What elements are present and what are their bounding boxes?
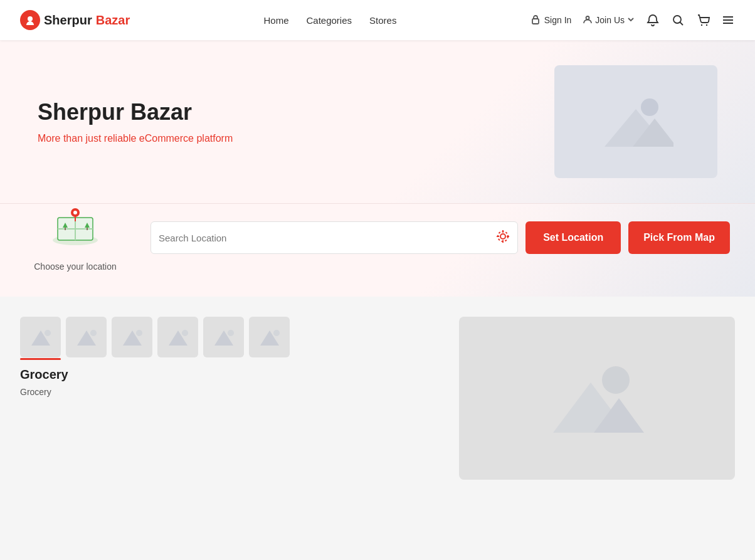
- menu-button[interactable]: [721, 13, 735, 27]
- svg-point-2: [586, 16, 589, 19]
- logo-text-sherpur: Sherpur: [44, 13, 92, 28]
- thumb-item-4[interactable]: [157, 317, 198, 357]
- hero-content: Sherpur Bazar More than just reliable eC…: [38, 99, 378, 144]
- svg-point-14: [73, 211, 77, 214]
- svg-point-31: [136, 330, 142, 336]
- svg-point-33: [182, 330, 188, 336]
- svg-point-20: [500, 234, 505, 239]
- pick-from-map-button[interactable]: Pick From Map: [628, 221, 730, 254]
- navbar-actions: Sign In Join Us: [531, 13, 735, 27]
- thumb-item-6[interactable]: [249, 317, 290, 357]
- svg-point-6: [641, 98, 658, 116]
- location-illustration: Choose your location: [25, 204, 125, 272]
- nav-categories[interactable]: Categories: [307, 15, 352, 26]
- main-content: Grocery Grocery: [0, 297, 755, 480]
- thumb-item-5[interactable]: [203, 317, 244, 357]
- cart-button[interactable]: [696, 13, 710, 27]
- search-button[interactable]: [671, 13, 685, 27]
- hero-image: [378, 65, 717, 178]
- categories-column: Grocery Grocery: [20, 317, 444, 480]
- join-us-link[interactable]: Join Us: [583, 14, 635, 26]
- svg-rect-1: [532, 19, 539, 24]
- notification-button[interactable]: [646, 13, 660, 27]
- nav-home[interactable]: Home: [263, 15, 288, 26]
- sign-in-link[interactable]: Sign In: [531, 14, 572, 26]
- right-banner: [459, 317, 735, 480]
- location-search-row: Set Location Pick From Map: [150, 221, 730, 254]
- svg-point-5: [706, 24, 707, 26]
- set-location-button[interactable]: Set Location: [525, 221, 621, 254]
- category-section-label: Grocery: [20, 367, 444, 382]
- svg-point-21: [498, 231, 508, 241]
- search-location-input[interactable]: [159, 233, 496, 243]
- logo[interactable]: SherpurBazar: [20, 10, 130, 30]
- svg-rect-17: [65, 228, 66, 230]
- thumb-item-2[interactable]: [66, 317, 107, 357]
- hero-subtitle: More than just reliable eCommerce platfo…: [38, 133, 378, 144]
- svg-point-27: [45, 330, 51, 336]
- svg-point-0: [28, 16, 33, 21]
- hero-title: Sherpur Bazar: [38, 99, 378, 125]
- hero-section: Sherpur Bazar More than just reliable eC…: [0, 40, 755, 203]
- svg-point-38: [602, 366, 630, 394]
- svg-point-37: [273, 330, 280, 336]
- svg-point-35: [228, 330, 234, 336]
- navbar: SherpurBazar Home Categories Stores Sign…: [0, 0, 755, 40]
- nav-links: Home Categories Stores: [263, 15, 396, 26]
- svg-point-3: [673, 16, 681, 23]
- logo-text-bazar: Bazar: [96, 13, 130, 28]
- sign-in-label: Sign In: [544, 15, 572, 25]
- category-thumbs: [20, 317, 444, 357]
- svg-point-4: [701, 24, 702, 26]
- location-section: Choose your location Set Location Pick F…: [0, 203, 755, 297]
- search-input-wrap: [150, 221, 518, 254]
- person-icon: [583, 14, 593, 26]
- svg-point-29: [90, 330, 97, 336]
- nav-stores[interactable]: Stores: [369, 15, 396, 26]
- lock-icon: [531, 14, 541, 26]
- chevron-down-icon: [627, 15, 635, 25]
- location-illustration-label: Choose your location: [34, 262, 117, 272]
- svg-rect-19: [87, 228, 88, 230]
- hero-placeholder-image: [554, 65, 717, 178]
- thumb-item-3[interactable]: [112, 317, 152, 357]
- join-us-label: Join Us: [595, 15, 625, 25]
- map-illustration-icon: [50, 204, 100, 256]
- logo-icon: [20, 10, 40, 30]
- thumb-item-1[interactable]: [20, 317, 61, 357]
- category-sub-label: Grocery: [20, 387, 444, 397]
- gps-icon[interactable]: [496, 230, 510, 246]
